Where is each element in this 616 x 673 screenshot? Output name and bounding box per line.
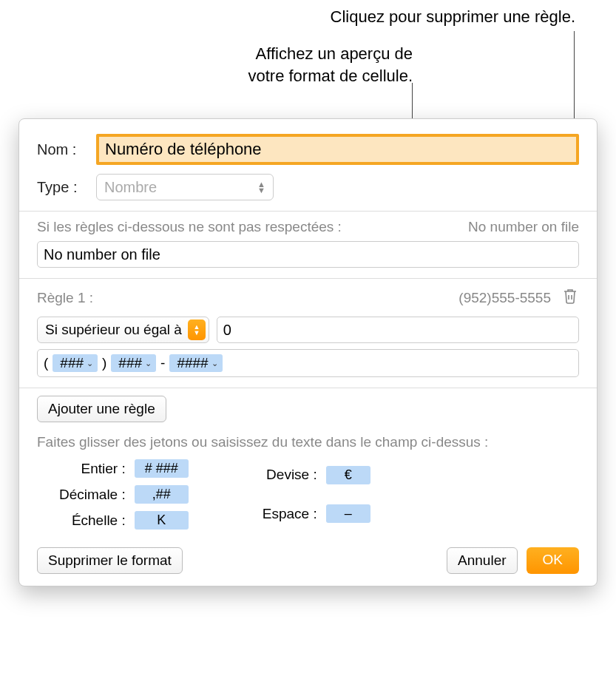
integer-token[interactable]: # ### [135,459,189,478]
currency-token[interactable]: € [326,466,370,484]
name-label: Nom : [37,141,96,158]
condition-select[interactable]: Si supérieur ou égal à ▲▼ [37,317,209,343]
threshold-input[interactable] [217,317,579,343]
currency-label: Devise : [263,467,317,483]
format-dialog: Nom : Numéro de téléphone Type : Nombre … [18,118,598,586]
pattern-field[interactable]: ( ###⌄ ) ###⌄ - ####⌄ [37,349,579,377]
callout-preview: Affichez un aperçu de votre format de ce… [248,43,413,87]
decimal-label: Décimale : [59,487,126,503]
divider [19,211,597,212]
default-condition-label: Si les règles ci-dessous ne sont pas res… [37,219,342,235]
drag-hint: Faites glisser des jetons ou saisissez d… [37,434,579,450]
condition-value: Si supérieur ou égal à [45,322,182,338]
callout-delete-rule: Cliquez pour supprimer une règle. [331,6,575,28]
divider [19,278,597,279]
space-label: Espace : [263,506,317,522]
type-label: Type : [37,179,96,196]
literal-dash: - [160,355,165,371]
scale-token[interactable]: K [135,511,189,530]
divider [19,388,597,388]
decimal-token[interactable]: ,## [135,485,189,504]
chevron-down-icon: ⌄ [211,359,218,368]
type-value: Nombre [104,179,157,196]
token-group[interactable]: ###⌄ [111,354,156,372]
default-value-input[interactable] [37,241,579,268]
cancel-button[interactable]: Annuler [447,547,518,574]
default-preview: No number on file [468,219,579,235]
callout-preview-l1: Affichez un aperçu de [256,44,413,63]
stepper-icon: ▲▼ [188,319,206,340]
literal-close-paren: ) [102,355,106,371]
scale-label: Échelle : [59,513,126,529]
token-group[interactable]: ####⌄ [169,354,222,372]
rule1-title: Règle 1 : [37,290,93,306]
callout-preview-l2: votre format de cellule. [248,67,413,85]
delete-format-button[interactable]: Supprimer le format [37,547,183,574]
rule1-preview: (952)555-5555 [458,290,551,306]
name-input[interactable]: Numéro de téléphone [96,134,579,165]
chevron-down-icon: ⌄ [87,359,93,368]
type-select[interactable]: Nombre ▲▼ [96,174,274,200]
integer-label: Entier : [59,461,126,477]
space-token[interactable]: – [326,504,370,523]
token-palette: Entier : # ### Décimale : ,## Échelle : … [37,459,579,530]
add-rule-button[interactable]: Ajouter une règle [37,396,166,422]
token-group[interactable]: ###⌄ [53,354,98,372]
trash-icon[interactable] [561,286,579,309]
ok-button[interactable]: OK [527,547,579,574]
literal-open-paren: ( [44,355,48,371]
chevron-updown-icon: ▲▼ [257,181,265,193]
chevron-down-icon: ⌄ [145,359,152,368]
